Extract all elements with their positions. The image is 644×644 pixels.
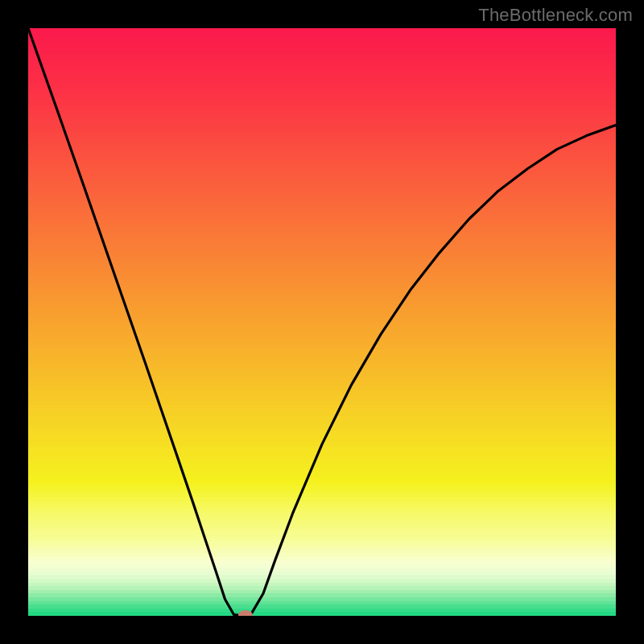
plot-area (28, 28, 616, 616)
watermark-text: TheBottleneck.com (478, 5, 633, 26)
optimal-point-marker (238, 610, 253, 616)
bottleneck-curve (28, 28, 616, 616)
chart-frame: TheBottleneck.com (0, 0, 644, 644)
